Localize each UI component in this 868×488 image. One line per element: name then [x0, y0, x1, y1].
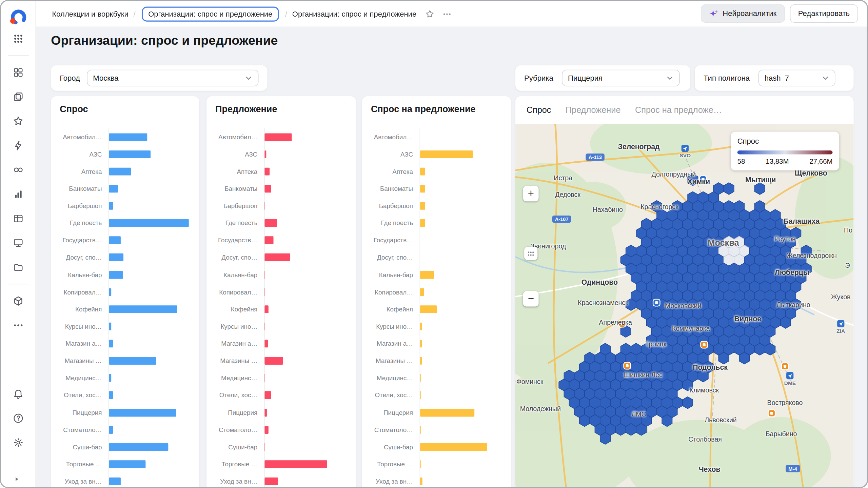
- sidebar-item-datasets[interactable]: [8, 210, 28, 227]
- sidebar-item-ql-charts[interactable]: [8, 161, 28, 179]
- sidebar-item-more[interactable]: [8, 317, 28, 334]
- polygon-select[interactable]: hash_7: [758, 70, 835, 86]
- bar: [264, 253, 290, 261]
- ql-charts-icon: [13, 164, 24, 176]
- bar-track: [420, 369, 502, 387]
- breadcrumb-item-2[interactable]: Организации: спрос и предложение: [291, 8, 418, 19]
- rubric-select-value: Пиццерия: [568, 74, 603, 82]
- chart-row: Где поесть: [369, 215, 502, 232]
- sidebar-divider: [8, 55, 29, 56]
- map-tab-1[interactable]: Предложение: [566, 105, 621, 115]
- chart-title: Предложение: [215, 104, 277, 115]
- bar-track: [108, 455, 191, 473]
- bar: [109, 409, 176, 416]
- map-city-label: Долгопрудный: [651, 170, 696, 178]
- chart-row: Суши-бар: [369, 438, 502, 455]
- map-city-label: Лыткарино: [776, 301, 810, 309]
- sidebar-item-marketplace[interactable]: [8, 292, 28, 310]
- bar-track: [108, 197, 191, 215]
- page-title: Организации: спрос и предложение: [51, 33, 278, 48]
- bar-track: [108, 283, 191, 301]
- bar: [264, 443, 265, 451]
- expand-panel-icon[interactable]: [13, 476, 20, 484]
- map-city-label: Апрелевка: [599, 319, 632, 326]
- category-label: Уход за вн…: [369, 478, 413, 485]
- category-label: Кальян-бар: [369, 271, 413, 278]
- chart-row: Автомобил…: [213, 128, 347, 146]
- sidebar-item-favorites[interactable]: [8, 112, 28, 130]
- category-label: Суши-бар: [369, 444, 413, 450]
- bar: [264, 150, 266, 158]
- category-label: Аптека: [58, 168, 102, 175]
- collections-icon: [13, 67, 24, 78]
- favorite-star-icon[interactable]: [425, 9, 435, 19]
- category-label: АЗС: [369, 151, 413, 158]
- category-label: Магазин а…: [58, 340, 102, 347]
- wizard-icon: [13, 189, 24, 200]
- chart-title: Спрос: [60, 104, 88, 115]
- breadcrumb-item-1[interactable]: Организации: спрос и предложение: [142, 6, 279, 21]
- map-city-label: Мытищи: [745, 176, 776, 184]
- sidebar-item-dashboards[interactable]: [8, 234, 28, 252]
- chart-row: Стоматоло…: [58, 421, 191, 439]
- bar: [420, 305, 436, 313]
- zoom-in-button[interactable]: +: [523, 186, 539, 202]
- category-label: Кофейня: [369, 306, 413, 313]
- city-select[interactable]: Москва: [87, 70, 258, 86]
- bar-track: [264, 352, 347, 369]
- map-overlays: ЛобняЗеленоградЩелковоМытищиДолгопрудный…: [515, 124, 854, 488]
- chart-row: Где поесть: [58, 215, 191, 232]
- map-city-label: Москва: [708, 238, 739, 248]
- demand-per-supply-chart-card: Спрос на предложение Автомобил…АЗСАптека…: [362, 96, 511, 488]
- sidebar-item-workbooks[interactable]: [8, 88, 28, 106]
- map-city-label: Нахабино: [593, 206, 623, 214]
- road-badge: М-4: [786, 465, 800, 472]
- legend-mid: 13,83M: [766, 158, 789, 165]
- sidebar-item-editor[interactable]: [8, 137, 28, 154]
- bar-track: [108, 387, 191, 404]
- map-tab-2[interactable]: Спрос на предложе…: [635, 105, 722, 115]
- chart-row: Кофейня: [58, 301, 191, 318]
- chart-row: Уход за вн…: [369, 473, 502, 488]
- chart-row: Автомобил…: [58, 128, 191, 146]
- map-tab-0[interactable]: Спрос: [527, 105, 551, 115]
- bar: [264, 426, 269, 434]
- breadcrumb-item-0[interactable]: Коллекции и воркбуки: [51, 8, 130, 19]
- category-label: Копировал…: [369, 289, 413, 296]
- sidebar-item-collections[interactable]: [8, 64, 28, 81]
- sidebar-item-connections[interactable]: [8, 258, 28, 276]
- bar-track: [420, 128, 502, 146]
- bar: [420, 288, 424, 296]
- bar-track: [420, 438, 502, 455]
- category-label: Барбершоп: [369, 203, 413, 209]
- map-canvas[interactable]: ЛобняЗеленоградЩелковоМытищиДолгопрудный…: [515, 124, 854, 488]
- chart-row: Торговые …: [369, 455, 502, 473]
- sparkle-icon: [709, 9, 719, 18]
- sidebar-item-settings[interactable]: [8, 434, 28, 451]
- category-label: Копировал…: [213, 289, 258, 296]
- map-city-label: Молодежный: [520, 405, 561, 413]
- ruler-tool-button[interactable]: [524, 247, 537, 260]
- zoom-out-button[interactable]: −: [523, 291, 539, 307]
- chevron-down-icon: [666, 74, 674, 82]
- legend-title: Спрос: [737, 137, 833, 145]
- neuroanalyst-button[interactable]: Нейроаналитик: [701, 4, 785, 23]
- rubric-select[interactable]: Пиццерия: [562, 70, 680, 86]
- edit-button[interactable]: Редактировать: [790, 4, 858, 23]
- sidebar-item-notifications[interactable]: [8, 385, 28, 403]
- sidebar-item-wizard[interactable]: [8, 185, 28, 203]
- chart-row: Уход за вн…: [58, 473, 191, 488]
- category-label: Автомобил…: [369, 134, 413, 140]
- chart-row: Досуг, спо…: [369, 249, 502, 266]
- bar-track: [108, 163, 191, 180]
- more-menu-icon[interactable]: [442, 9, 452, 19]
- bar-track: [264, 283, 347, 301]
- bar-track: [264, 128, 347, 146]
- bar-track: [420, 283, 502, 301]
- bar-track: [264, 438, 347, 455]
- datalens-logo[interactable]: [9, 8, 28, 27]
- sidebar-item-help[interactable]: [8, 409, 28, 427]
- sidebar-item-apps-menu[interactable]: [8, 30, 28, 47]
- category-label: Суши-бар: [213, 444, 258, 450]
- map-city-label: Востряково: [767, 399, 803, 407]
